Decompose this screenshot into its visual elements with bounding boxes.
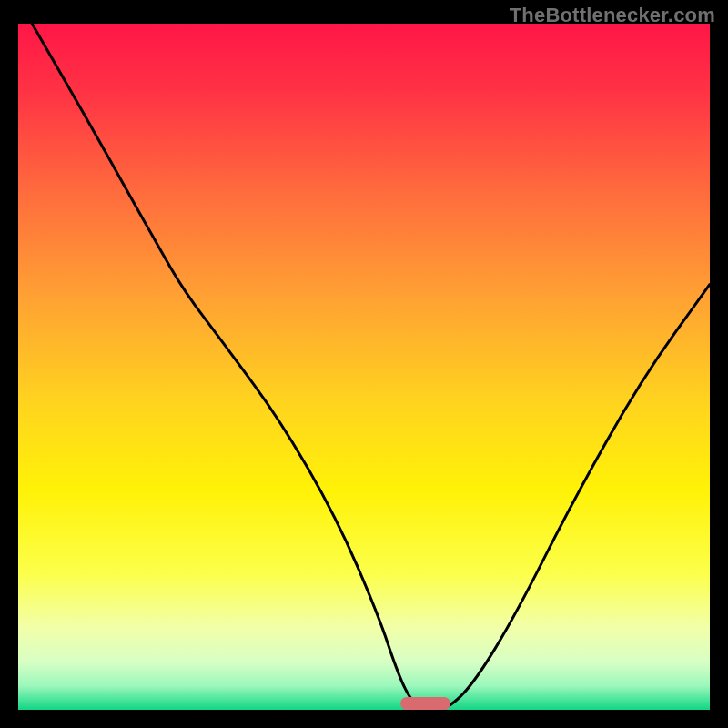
watermark-text: TheBottlenecker.com: [510, 4, 715, 27]
plot-svg: [18, 24, 710, 710]
optimal-range-marker: [400, 697, 450, 710]
gradient-rect: [18, 24, 710, 710]
chart-frame: TheBottlenecker.com: [0, 0, 728, 728]
plot-area: [18, 24, 710, 710]
